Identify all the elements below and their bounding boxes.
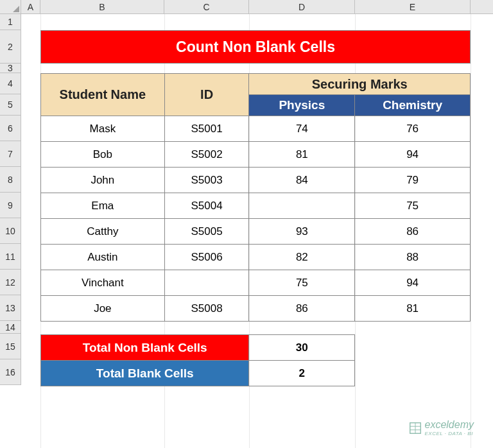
- cell-id[interactable]: [164, 270, 249, 296]
- header-chemistry[interactable]: Chemistry: [355, 95, 471, 116]
- row-header-14[interactable]: 14: [0, 321, 21, 334]
- row-header-11[interactable]: 11: [0, 244, 21, 270]
- spacer-row: [40, 64, 493, 73]
- row-header-2[interactable]: 2: [0, 30, 21, 64]
- row-header-9[interactable]: 9: [0, 193, 21, 218]
- col-header-D[interactable]: D: [249, 0, 355, 13]
- select-all-corner[interactable]: [0, 0, 21, 14]
- summary-label-blank[interactable]: Total Blank Cells: [41, 361, 249, 386]
- col-header-A[interactable]: A: [21, 0, 40, 13]
- content-area: Count Non Blank Cells Student Name ID Se…: [40, 14, 493, 386]
- cell-id[interactable]: S5004: [164, 193, 249, 219]
- cell-name[interactable]: Joe: [41, 296, 165, 322]
- cell-physics[interactable]: 93: [249, 219, 355, 245]
- table-row: Joe S5008 86 81: [41, 296, 471, 322]
- row-header-1[interactable]: 1: [0, 14, 21, 30]
- cell-chemistry[interactable]: 88: [355, 245, 471, 270]
- cell-name[interactable]: Catthy: [41, 219, 165, 245]
- summary-row-blank: Total Blank Cells 2: [41, 361, 355, 386]
- header-student-name[interactable]: Student Name: [41, 74, 165, 116]
- table-row: John S5003 84 79: [41, 168, 471, 193]
- cell-id[interactable]: S5001: [164, 116, 249, 142]
- cell-physics[interactable]: [249, 193, 355, 219]
- cell-physics[interactable]: 86: [249, 296, 355, 322]
- cell-chemistry[interactable]: 81: [355, 296, 471, 322]
- table-row: Mask S5001 74 76: [41, 116, 471, 142]
- spreadsheet-icon: [408, 421, 422, 435]
- cell-name[interactable]: Mask: [41, 116, 165, 142]
- row-header-6[interactable]: 6: [0, 116, 21, 141]
- summary-label-nonblank[interactable]: Total Non Blank Cells: [41, 335, 249, 361]
- col-header-E[interactable]: E: [355, 0, 471, 13]
- header-securing-marks[interactable]: Securing Marks: [249, 74, 471, 95]
- student-marks-table: Student Name ID Securing Marks Physics C…: [40, 73, 471, 322]
- cell-chemistry[interactable]: 76: [355, 116, 471, 142]
- summary-row-nonblank: Total Non Blank Cells 30: [41, 335, 355, 361]
- cell-id[interactable]: S5008: [164, 296, 249, 322]
- cell-name[interactable]: John: [41, 168, 165, 193]
- row-header-16[interactable]: 16: [0, 359, 21, 385]
- cell-chemistry[interactable]: 94: [355, 270, 471, 296]
- table-row: Vinchant 75 94: [41, 270, 471, 296]
- table-row: Austin S5006 82 88: [41, 245, 471, 270]
- col-header-C[interactable]: C: [164, 0, 249, 13]
- cell-name[interactable]: Ema: [41, 193, 165, 219]
- cell-id[interactable]: S5003: [164, 168, 249, 193]
- watermark-subtext: EXCEL · DATA · BI: [425, 431, 474, 436]
- cell-chemistry[interactable]: 75: [355, 193, 471, 219]
- row-header-12[interactable]: 12: [0, 270, 21, 295]
- row-header-10[interactable]: 10: [0, 218, 21, 244]
- cell-chemistry[interactable]: 86: [355, 219, 471, 245]
- header-physics[interactable]: Physics: [249, 95, 355, 116]
- cell-id[interactable]: S5002: [164, 142, 249, 168]
- cell-name[interactable]: Vinchant: [41, 270, 165, 296]
- cell-chemistry[interactable]: 94: [355, 142, 471, 168]
- column-headers-row: A B C D E: [0, 0, 493, 14]
- cell-physics[interactable]: 84: [249, 168, 355, 193]
- cell-id[interactable]: S5006: [164, 245, 249, 270]
- cell-physics[interactable]: 74: [249, 116, 355, 142]
- spacer-row: [40, 322, 493, 334]
- table-row: Catthy S5005 93 86: [41, 219, 471, 245]
- row-header-15[interactable]: 15: [0, 334, 21, 359]
- row-headers-col: 1 2 3 4 5 6 7 8 9 10 11 12 13 14 15 16: [0, 14, 21, 385]
- summary-value-nonblank[interactable]: 30: [249, 335, 355, 361]
- cell-physics[interactable]: 81: [249, 142, 355, 168]
- cell-chemistry[interactable]: 79: [355, 168, 471, 193]
- cell-physics[interactable]: 82: [249, 245, 355, 270]
- watermark-text: exceldemy: [425, 419, 474, 431]
- summary-value-blank[interactable]: 2: [249, 361, 355, 386]
- col-header-B[interactable]: B: [40, 0, 164, 13]
- cell-physics[interactable]: 75: [249, 270, 355, 296]
- row-header-5[interactable]: 5: [0, 94, 21, 116]
- row-header-4[interactable]: 4: [0, 73, 21, 94]
- row-header-3[interactable]: 3: [0, 64, 21, 73]
- cell-name[interactable]: Bob: [41, 142, 165, 168]
- spreadsheet-view: A B C D E 1 2 3 4 5 6 7 8 9 10 11 12 13 …: [0, 0, 493, 448]
- table-row: Ema S5004 75: [41, 193, 471, 219]
- row-header-13[interactable]: 13: [0, 295, 21, 321]
- header-id[interactable]: ID: [164, 74, 249, 116]
- table-row: Bob S5002 81 94: [41, 142, 471, 168]
- cell-name[interactable]: Austin: [41, 245, 165, 270]
- title-banner[interactable]: Count Non Blank Cells: [40, 30, 471, 64]
- cell-id[interactable]: S5005: [164, 219, 249, 245]
- row-header-7[interactable]: 7: [0, 141, 21, 167]
- watermark: exceldemy EXCEL · DATA · BI: [408, 419, 474, 436]
- row-header-8[interactable]: 8: [0, 167, 21, 193]
- summary-table: Total Non Blank Cells 30 Total Blank Cel…: [40, 334, 355, 386]
